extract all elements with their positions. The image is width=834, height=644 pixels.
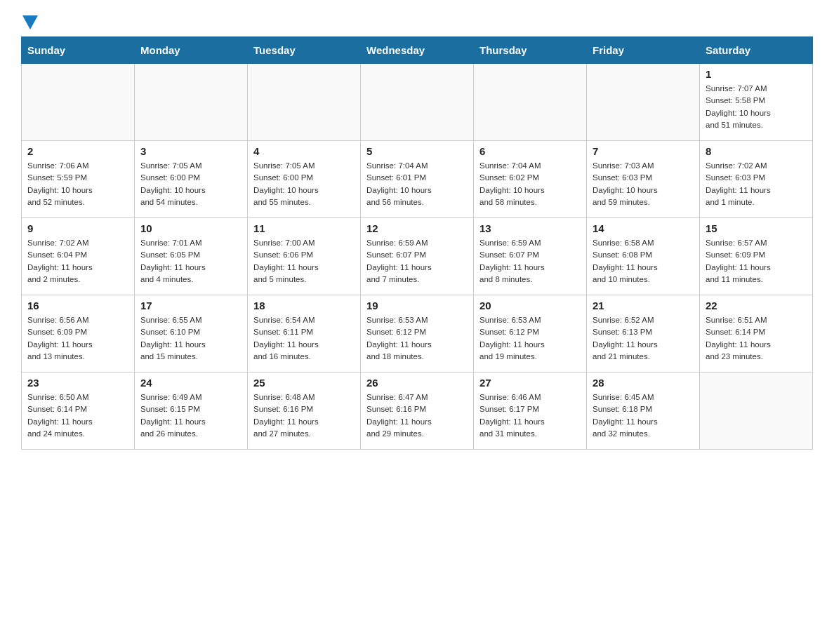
calendar-cell (248, 64, 361, 141)
svg-marker-0 (22, 15, 38, 29)
weekday-header-wednesday: Wednesday (361, 37, 474, 64)
day-info: Sunrise: 7:01 AMSunset: 6:05 PMDaylight:… (140, 237, 241, 286)
weekday-header-row: SundayMondayTuesdayWednesdayThursdayFrid… (22, 37, 813, 64)
day-info: Sunrise: 7:02 AMSunset: 6:04 PMDaylight:… (27, 237, 128, 286)
day-info: Sunrise: 6:53 AMSunset: 6:12 PMDaylight:… (479, 314, 581, 363)
day-number: 25 (253, 377, 355, 389)
calendar-cell: 23Sunrise: 6:50 AMSunset: 6:14 PMDayligh… (22, 373, 135, 450)
calendar-cell: 26Sunrise: 6:47 AMSunset: 6:16 PMDayligh… (361, 373, 474, 450)
day-number: 27 (479, 377, 581, 389)
calendar-cell: 7Sunrise: 7:03 AMSunset: 6:03 PMDaylight… (587, 141, 700, 218)
day-info: Sunrise: 6:59 AMSunset: 6:07 PMDaylight:… (479, 237, 581, 286)
day-info: Sunrise: 7:05 AMSunset: 6:00 PMDaylight:… (253, 160, 355, 208)
day-info: Sunrise: 6:47 AMSunset: 6:16 PMDaylight:… (366, 391, 468, 440)
day-info: Sunrise: 7:04 AMSunset: 6:01 PMDaylight:… (366, 160, 468, 208)
day-info: Sunrise: 6:49 AMSunset: 6:15 PMDaylight:… (140, 391, 241, 440)
day-number: 4 (253, 145, 355, 157)
day-number: 8 (706, 145, 807, 157)
day-info: Sunrise: 6:58 AMSunset: 6:08 PMDaylight:… (593, 237, 694, 286)
calendar-cell: 21Sunrise: 6:52 AMSunset: 6:13 PMDayligh… (587, 295, 700, 373)
day-info: Sunrise: 6:59 AMSunset: 6:07 PMDaylight:… (366, 237, 468, 286)
calendar-cell: 11Sunrise: 7:00 AMSunset: 6:06 PMDayligh… (248, 218, 361, 295)
calendar-table: SundayMondayTuesdayWednesdayThursdayFrid… (21, 36, 813, 450)
calendar-cell: 3Sunrise: 7:05 AMSunset: 6:00 PMDaylight… (135, 141, 248, 218)
day-info: Sunrise: 7:00 AMSunset: 6:06 PMDaylight:… (253, 237, 355, 286)
day-info: Sunrise: 7:05 AMSunset: 6:00 PMDaylight:… (140, 160, 241, 208)
calendar-week-row: 1Sunrise: 7:07 AMSunset: 5:58 PMDaylight… (22, 64, 813, 141)
weekday-header-monday: Monday (135, 37, 248, 64)
day-info: Sunrise: 7:02 AMSunset: 6:03 PMDaylight:… (706, 160, 807, 208)
calendar-week-row: 9Sunrise: 7:02 AMSunset: 6:04 PMDaylight… (22, 218, 813, 295)
day-number: 15 (706, 222, 807, 234)
calendar-cell: 15Sunrise: 6:57 AMSunset: 6:09 PMDayligh… (700, 218, 813, 295)
day-info: Sunrise: 6:46 AMSunset: 6:17 PMDaylight:… (479, 391, 581, 440)
calendar-cell (587, 64, 700, 141)
calendar-cell: 6Sunrise: 7:04 AMSunset: 6:02 PMDaylight… (474, 141, 587, 218)
day-number: 17 (140, 300, 241, 311)
calendar-cell: 20Sunrise: 6:53 AMSunset: 6:12 PMDayligh… (474, 295, 587, 373)
day-info: Sunrise: 6:51 AMSunset: 6:14 PMDaylight:… (706, 314, 807, 363)
calendar-cell (700, 373, 813, 450)
weekday-header-thursday: Thursday (474, 37, 587, 64)
day-info: Sunrise: 6:54 AMSunset: 6:11 PMDaylight:… (253, 314, 355, 363)
day-info: Sunrise: 6:53 AMSunset: 6:12 PMDaylight:… (366, 314, 468, 363)
day-info: Sunrise: 6:57 AMSunset: 6:09 PMDaylight:… (706, 237, 807, 286)
day-number: 19 (366, 300, 468, 311)
day-number: 14 (593, 222, 694, 234)
day-number: 10 (140, 222, 241, 234)
day-number: 20 (479, 300, 581, 311)
calendar-cell: 5Sunrise: 7:04 AMSunset: 6:01 PMDaylight… (361, 141, 474, 218)
day-number: 12 (366, 222, 468, 234)
day-number: 9 (27, 222, 128, 234)
day-info: Sunrise: 7:06 AMSunset: 5:59 PMDaylight:… (27, 160, 128, 208)
calendar-cell: 8Sunrise: 7:02 AMSunset: 6:03 PMDaylight… (700, 141, 813, 218)
calendar-cell: 28Sunrise: 6:45 AMSunset: 6:18 PMDayligh… (587, 373, 700, 450)
day-number: 23 (27, 377, 128, 389)
calendar-cell: 4Sunrise: 7:05 AMSunset: 6:00 PMDaylight… (248, 141, 361, 218)
calendar-cell (22, 64, 135, 141)
calendar-cell (361, 64, 474, 141)
weekday-header-sunday: Sunday (22, 37, 135, 64)
page-header (21, 14, 813, 29)
calendar-cell: 17Sunrise: 6:55 AMSunset: 6:10 PMDayligh… (135, 295, 248, 373)
calendar-cell: 10Sunrise: 7:01 AMSunset: 6:05 PMDayligh… (135, 218, 248, 295)
calendar-cell: 13Sunrise: 6:59 AMSunset: 6:07 PMDayligh… (474, 218, 587, 295)
day-number: 5 (366, 145, 468, 157)
day-number: 3 (140, 145, 241, 157)
calendar-cell: 22Sunrise: 6:51 AMSunset: 6:14 PMDayligh… (700, 295, 813, 373)
calendar-cell: 24Sunrise: 6:49 AMSunset: 6:15 PMDayligh… (135, 373, 248, 450)
day-number: 18 (253, 300, 355, 311)
day-number: 11 (253, 222, 355, 234)
day-number: 6 (479, 145, 581, 157)
day-number: 13 (479, 222, 581, 234)
day-number: 22 (706, 300, 807, 311)
calendar-week-row: 23Sunrise: 6:50 AMSunset: 6:14 PMDayligh… (22, 373, 813, 450)
calendar-cell: 9Sunrise: 7:02 AMSunset: 6:04 PMDaylight… (22, 218, 135, 295)
calendar-week-row: 16Sunrise: 6:56 AMSunset: 6:09 PMDayligh… (22, 295, 813, 373)
day-number: 7 (593, 145, 694, 157)
day-info: Sunrise: 6:52 AMSunset: 6:13 PMDaylight:… (593, 314, 694, 363)
calendar-cell: 16Sunrise: 6:56 AMSunset: 6:09 PMDayligh… (22, 295, 135, 373)
calendar-cell (474, 64, 587, 141)
calendar-cell: 18Sunrise: 6:54 AMSunset: 6:11 PMDayligh… (248, 295, 361, 373)
calendar-cell: 27Sunrise: 6:46 AMSunset: 6:17 PMDayligh… (474, 373, 587, 450)
logo (21, 14, 38, 29)
day-info: Sunrise: 6:50 AMSunset: 6:14 PMDaylight:… (27, 391, 128, 440)
day-number: 2 (27, 145, 128, 157)
calendar-cell: 19Sunrise: 6:53 AMSunset: 6:12 PMDayligh… (361, 295, 474, 373)
weekday-header-tuesday: Tuesday (248, 37, 361, 64)
day-number: 26 (366, 377, 468, 389)
day-number: 16 (27, 300, 128, 311)
day-number: 1 (706, 68, 807, 80)
day-info: Sunrise: 6:48 AMSunset: 6:16 PMDaylight:… (253, 391, 355, 440)
calendar-cell: 14Sunrise: 6:58 AMSunset: 6:08 PMDayligh… (587, 218, 700, 295)
weekday-header-friday: Friday (587, 37, 700, 64)
day-number: 21 (593, 300, 694, 311)
day-info: Sunrise: 6:45 AMSunset: 6:18 PMDaylight:… (593, 391, 694, 440)
day-info: Sunrise: 7:03 AMSunset: 6:03 PMDaylight:… (593, 160, 694, 208)
calendar-cell: 1Sunrise: 7:07 AMSunset: 5:58 PMDaylight… (700, 64, 813, 141)
day-info: Sunrise: 6:55 AMSunset: 6:10 PMDaylight:… (140, 314, 241, 363)
weekday-header-saturday: Saturday (700, 37, 813, 64)
day-info: Sunrise: 7:07 AMSunset: 5:58 PMDaylight:… (706, 83, 807, 131)
day-number: 24 (140, 377, 241, 389)
